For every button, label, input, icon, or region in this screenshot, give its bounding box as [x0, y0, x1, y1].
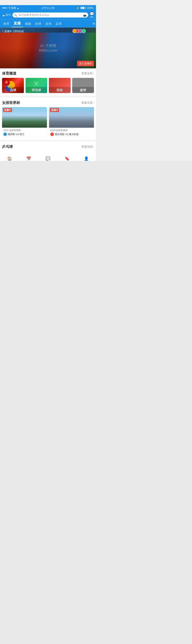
pingpong-header: 乒乓球 查看全部 ›	[2, 144, 94, 149]
live-badge-1: 直播中	[3, 108, 12, 112]
match-subtitle-2: 2019 女排世界杯	[50, 129, 93, 132]
weather-info: ☁ 20°C	[2, 13, 11, 17]
tab-volleyball[interactable]: 排球	[33, 20, 43, 27]
pingpong-section: 乒乓球 查看全部 ›	[0, 142, 96, 155]
badminton-label: 羽毛球	[25, 87, 47, 93]
bottom-nav-home[interactable]: 🏠 首页	[0, 156, 19, 161]
nav-tabs: 推荐 直播 视频 排球 篮球 足球 ≡	[0, 20, 96, 28]
battery	[80, 7, 86, 9]
live-text: 直播中	[4, 30, 12, 33]
bottom-nav-schedule[interactable]: 📅 赛程	[19, 156, 38, 161]
search-placeholder: 第32届夏季奥林匹克运动会	[18, 13, 82, 17]
follow-icon: 🔖	[65, 156, 70, 161]
chevron-right-icon-2: ›	[93, 101, 94, 104]
cloud-icon: ☁	[2, 13, 5, 17]
tab-video[interactable]: 视频	[23, 20, 33, 27]
bottom-nav: 🏠 首页 📅 赛程 💬 社区 🔖 关注 👤 我的	[0, 155, 96, 161]
match-card-2[interactable]: 直播中 ▶ 2019 女排世界杯 塞尔维亚 VS 澳大利亚	[49, 107, 94, 137]
sport-card-billiards[interactable]: 台球	[2, 78, 24, 93]
sport-channels-viewall[interactable]: 查看全部 ›	[81, 72, 94, 75]
bottom-nav-follow[interactable]: 🔖 关注	[58, 156, 77, 161]
battery-tip	[85, 7, 86, 8]
live-avatar-4	[82, 29, 86, 33]
live-banner[interactable]: 直播中 2300在线 进入直播间 JC 千库网588ku.com	[0, 28, 96, 68]
bottom-nav-community[interactable]: 💬 社区	[38, 156, 58, 161]
sport-channels-section: 体育频道 查看全部 › 台球 羽毛球 田径 篮球	[0, 68, 96, 96]
match-subtitle-1: 2019 女排世界杯	[3, 129, 46, 132]
camera-icon: 📷	[83, 14, 87, 17]
sport-channels-list: 台球 羽毛球 田径 篮球	[2, 78, 94, 95]
dot1	[3, 7, 4, 9]
team-flag-russia	[3, 133, 7, 136]
volleyball-header: 女排世界杯 查看全部 ›	[2, 100, 94, 105]
message-icon: 💬	[90, 12, 94, 16]
live-badge-2: 直播中	[50, 108, 59, 112]
tab-soccer[interactable]: 足球	[54, 20, 64, 27]
home-icon: 🏠	[7, 156, 12, 161]
status-right: ⚡ 100%	[76, 6, 93, 9]
match-teams-1: 俄罗斯 VS 荷兰	[3, 133, 46, 136]
match-card-img-2: 直播中 ▶	[49, 107, 94, 128]
status-time: 上午11:26	[41, 6, 55, 10]
battery-body	[80, 7, 85, 9]
sport-card-badminton[interactable]: 羽毛球	[25, 78, 47, 93]
pingpong-title: 乒乓球	[2, 144, 13, 149]
schedule-icon: 📅	[26, 156, 31, 161]
signal-dots	[3, 7, 7, 9]
dot2	[4, 7, 6, 9]
sport-channels-title: 体育频道	[2, 71, 16, 76]
chevron-right-icon-3: ›	[93, 145, 94, 148]
enter-live-button[interactable]: 进入直播间	[77, 61, 94, 66]
dot3	[6, 7, 7, 9]
search-icon: 🔍	[14, 14, 17, 17]
profile-icon: 👤	[84, 156, 89, 161]
live-avatars	[73, 29, 86, 33]
basketball-label: 篮球	[72, 87, 94, 93]
billiards-label: 台球	[2, 87, 24, 93]
match-teams-2: 塞尔维亚 VS 澳大利亚	[50, 133, 93, 136]
volleyball-title: 女排世界杯	[2, 100, 20, 105]
bluetooth-icon: ⚡	[76, 6, 80, 9]
live-red-dot	[2, 31, 3, 32]
wifi-icon: ▲	[17, 6, 19, 9]
match-card-footer-2: 2019 女排世界杯 塞尔维亚 VS 澳大利亚	[49, 128, 94, 137]
message-label: 消息	[90, 16, 93, 18]
community-icon: 💬	[46, 156, 50, 161]
online-count: 2300在线	[13, 30, 24, 33]
sport-card-athletics[interactable]: 田径	[49, 78, 71, 93]
volleyball-section: 女排世界杯 查看全部 › 直播中 ▶ 2019 女排世界杯 俄罗斯 VS 荷兰	[0, 98, 96, 140]
battery-fill	[81, 7, 84, 9]
sport-card-basketball[interactable]: 篮球	[72, 78, 94, 93]
carrier-label: 千库网	[8, 6, 16, 10]
divider-2	[0, 140, 96, 142]
match-teams-text-2: 塞尔维亚 VS 澳大利亚	[55, 133, 79, 136]
message-button[interactable]: 💬 消息	[90, 12, 94, 18]
match-card-img-1: 直播中 ▶	[2, 107, 47, 128]
tab-live[interactable]: 直播	[12, 20, 23, 27]
athletics-label: 田径	[49, 87, 71, 93]
chevron-right-icon: ›	[93, 72, 94, 75]
volleyball-viewall[interactable]: 查看全部 ›	[81, 101, 94, 105]
tab-basketball[interactable]: 篮球	[43, 20, 54, 27]
pingpong-viewall[interactable]: 查看全部 ›	[81, 145, 94, 149]
match-teams-text-1: 俄罗斯 VS 荷兰	[8, 133, 24, 136]
status-bar: 千库网 ▲ 上午11:26 ⚡ 100%	[0, 5, 96, 11]
divider-1	[0, 96, 96, 98]
tab-recommend[interactable]: 推荐	[1, 20, 12, 27]
match-cards: 直播中 ▶ 2019 女排世界杯 俄罗斯 VS 荷兰 直播中 ▶	[2, 107, 94, 138]
match-card-1[interactable]: 直播中 ▶ 2019 女排世界杯 俄罗斯 VS 荷兰	[2, 107, 47, 137]
sport-channels-header: 体育频道 查看全部 ›	[2, 71, 94, 76]
menu-icon[interactable]: ≡	[93, 21, 95, 26]
team-flag-serbia	[50, 133, 54, 136]
match-card-footer-1: 2019 女排世界杯 俄罗斯 VS 荷兰	[2, 128, 47, 137]
status-left: 千库网 ▲	[3, 6, 19, 10]
search-box[interactable]: 🔍 第32届夏季奥林匹克运动会 📷	[12, 13, 88, 18]
bottom-nav-profile[interactable]: 👤 我的	[77, 156, 96, 161]
search-header: ☁ 20°C 🔍 第32届夏季奥林匹克运动会 📷 💬 消息	[0, 11, 96, 20]
battery-percent: 100%	[87, 6, 93, 9]
live-indicator: 直播中 2300在线	[2, 30, 24, 33]
temperature: 20°C	[5, 14, 11, 17]
